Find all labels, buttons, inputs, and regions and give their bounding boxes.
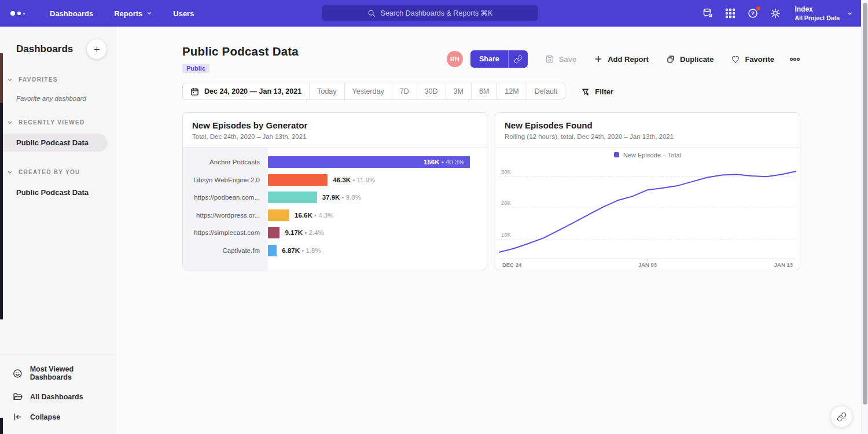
collapse-icon xyxy=(13,412,23,422)
share-button-label[interactable]: Share xyxy=(470,50,508,68)
nav-label: Dashboards xyxy=(50,9,93,18)
date-preset-30d[interactable]: 30D xyxy=(417,83,446,100)
new-dashboard-button[interactable] xyxy=(87,39,106,59)
sidebar-section-header[interactable]: RECENTLY VIEWED xyxy=(0,119,116,126)
sidebar-item[interactable]: Public Podcast Data xyxy=(0,183,116,201)
sidebar: Dashboards FAVORITESFavorite any dashboa… xyxy=(0,27,116,434)
legend-label: New Episode – Total xyxy=(623,152,681,159)
date-preset-today[interactable]: Today xyxy=(310,83,344,100)
line-chart-card: New Episodes Found Rolling (12 hours), t… xyxy=(495,112,800,270)
chevron-down-icon xyxy=(7,170,13,175)
main-content: Public Podcast Data Public RH Share xyxy=(116,27,868,434)
workspace-switcher[interactable]: Index All Project Data xyxy=(795,5,853,21)
line-chart-svg: 10K20K30KDEC 24JAN 03JAN 13 xyxy=(499,162,796,270)
footer-label: Collapse xyxy=(30,413,60,421)
bar-chart-title: New Episodes by Generator xyxy=(192,120,477,130)
add-report-label: Add Report xyxy=(608,55,649,64)
sidebar-section-header[interactable]: FAVORITES xyxy=(0,76,116,83)
bar-segment[interactable] xyxy=(268,245,277,256)
share-link-button[interactable] xyxy=(508,50,528,68)
bar-value-label: 16.6K • 4.3% xyxy=(295,212,333,219)
sidebar-section-header[interactable]: CREATED BY YOU xyxy=(0,169,116,175)
bar-chart-plot: Anchor Podcasts156K • 40.3%Libsyn WebEng… xyxy=(183,148,487,270)
save-label: Save xyxy=(559,55,576,64)
footer-label: All Dashboards xyxy=(30,393,83,401)
date-range-button[interactable]: Dec 24, 2020 — Jan 13, 2021 xyxy=(183,83,310,100)
apps-grid-button[interactable] xyxy=(724,8,736,19)
sidebar-footer-smiley[interactable]: Most Viewed Dashboards xyxy=(0,360,116,387)
bar-cell: 37.9K • 9.8% xyxy=(268,189,487,207)
sidebar-item[interactable]: Public Podcast Data xyxy=(0,134,108,152)
save-button[interactable]: Save xyxy=(545,54,576,64)
duplicate-button[interactable]: Duplicate xyxy=(666,54,714,64)
add-report-button[interactable]: Add Report xyxy=(594,54,649,64)
date-range-label: Dec 24, 2020 — Jan 13, 2021 xyxy=(204,87,301,95)
date-preset-3m[interactable]: 3M xyxy=(446,83,472,100)
link-icon xyxy=(837,412,847,422)
top-nav-reports[interactable]: Reports xyxy=(114,9,152,18)
section-label: RECENTLY VIEWED xyxy=(19,119,85,126)
chevron-down-icon xyxy=(847,10,853,17)
more-icon xyxy=(789,54,800,65)
favorite-label: Favorite xyxy=(745,55,774,64)
sidebar-footer-folder[interactable]: All Dashboards xyxy=(0,387,116,407)
databases-button[interactable] xyxy=(702,8,713,19)
filter-icon xyxy=(581,87,590,96)
y-tick-label: 10K xyxy=(501,231,512,238)
search-input[interactable]: Search Dashboards & Reports ⌘K xyxy=(322,5,538,21)
chevron-down-icon xyxy=(146,10,152,16)
logo-dot xyxy=(17,12,21,15)
date-preset-6m[interactable]: 6M xyxy=(472,83,497,100)
date-preset-12m[interactable]: 12M xyxy=(497,83,527,100)
favorite-button[interactable]: Favorite xyxy=(731,54,774,64)
date-filter-bar: Dec 24, 2020 — Jan 13, 2021 TodayYesterd… xyxy=(182,83,800,100)
scrollbar-thumb[interactable] xyxy=(863,3,867,404)
nav-label: Users xyxy=(173,9,194,18)
date-preset-yesterday[interactable]: Yesterday xyxy=(345,83,392,100)
bar-row: https://wordpress.or...16.6K • 4.3% xyxy=(183,207,487,225)
bar-category-label: Libsyn WebEngine 2.0 xyxy=(183,176,268,183)
bar-segment[interactable] xyxy=(268,174,328,186)
workspace-name: Index xyxy=(795,5,840,14)
help-button[interactable]: ? xyxy=(747,8,759,19)
duplicate-label: Duplicate xyxy=(680,55,714,64)
section-label: CREATED BY YOU xyxy=(19,169,80,175)
mode-logo[interactable] xyxy=(10,11,30,16)
plus-icon xyxy=(594,54,603,64)
sidebar-footer-collapse[interactable]: Collapse xyxy=(0,407,116,427)
folder-icon xyxy=(13,392,23,402)
share-button[interactable]: Share xyxy=(470,50,528,68)
bar-segment[interactable] xyxy=(268,227,279,238)
top-nav-dashboards[interactable]: Dashboards xyxy=(50,9,93,18)
settings-gear-button[interactable] xyxy=(770,8,781,19)
line-chart-plot: 10K20K30KDEC 24JAN 03JAN 13 xyxy=(495,162,800,270)
page-scrollbar[interactable] xyxy=(861,0,868,434)
more-options-button[interactable] xyxy=(789,54,800,65)
top-nav: DashboardsReportsUsers xyxy=(50,9,215,18)
calendar-icon xyxy=(190,87,199,96)
y-tick-label: 30K xyxy=(501,168,512,175)
date-preset-7d[interactable]: 7D xyxy=(392,83,417,100)
plus-icon xyxy=(93,46,101,53)
avatar[interactable]: RH xyxy=(447,51,463,67)
bar-chart-card: New Episodes by Generator Total, Dec 24t… xyxy=(182,112,487,270)
topbar-icon-group: ? xyxy=(702,8,781,19)
line-series[interactable] xyxy=(499,171,796,252)
date-preset-default[interactable]: Default xyxy=(527,83,565,100)
bar-value-label: 6.87K • 1.8% xyxy=(282,247,321,254)
section-label: FAVORITES xyxy=(19,76,58,83)
bar-segment[interactable] xyxy=(268,209,289,221)
bar-cell: 16.6K • 4.3% xyxy=(268,207,487,225)
x-tick-label: JAN 13 xyxy=(774,262,793,268)
page-title: Public Podcast Data xyxy=(182,45,299,58)
visibility-badge: Public xyxy=(182,64,209,73)
bar-segment[interactable] xyxy=(268,192,317,203)
chart-legend[interactable]: New Episode – Total xyxy=(495,148,800,162)
link-icon xyxy=(514,55,523,64)
top-nav-users[interactable]: Users xyxy=(173,9,194,18)
filter-button[interactable]: Filter xyxy=(581,87,613,96)
sidebar-title: Dashboards xyxy=(16,43,73,55)
copy-link-fab[interactable] xyxy=(830,406,852,428)
bar-cell: 46.3K • 11.9% xyxy=(268,171,487,189)
bar-segment[interactable]: 156K • 40.3% xyxy=(268,156,470,168)
